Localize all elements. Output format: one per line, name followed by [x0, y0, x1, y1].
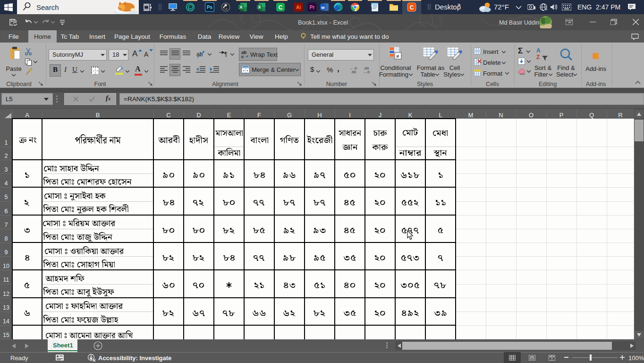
svg-text:Z: Z: [536, 54, 540, 60]
svg-text:¶: ¶: [224, 51, 227, 57]
svg-text:Ai: Ai: [296, 5, 301, 10]
svg-text:X: X: [258, 5, 261, 9]
svg-text:C: C: [279, 4, 283, 11]
svg-text:.00: .00: [351, 70, 356, 74]
svg-text:A: A: [536, 47, 541, 54]
svg-text:ab: ab: [196, 51, 203, 58]
svg-text:X: X: [239, 5, 242, 9]
svg-text:≠: ≠: [396, 53, 399, 59]
svg-text:→.0: →.0: [363, 70, 370, 74]
svg-text:Pr: Pr: [310, 5, 315, 10]
svg-text:w: w: [321, 5, 325, 10]
svg-text:C: C: [410, 4, 414, 11]
svg-text:c: c: [241, 54, 244, 58]
svg-text:Ps: Ps: [207, 5, 213, 10]
